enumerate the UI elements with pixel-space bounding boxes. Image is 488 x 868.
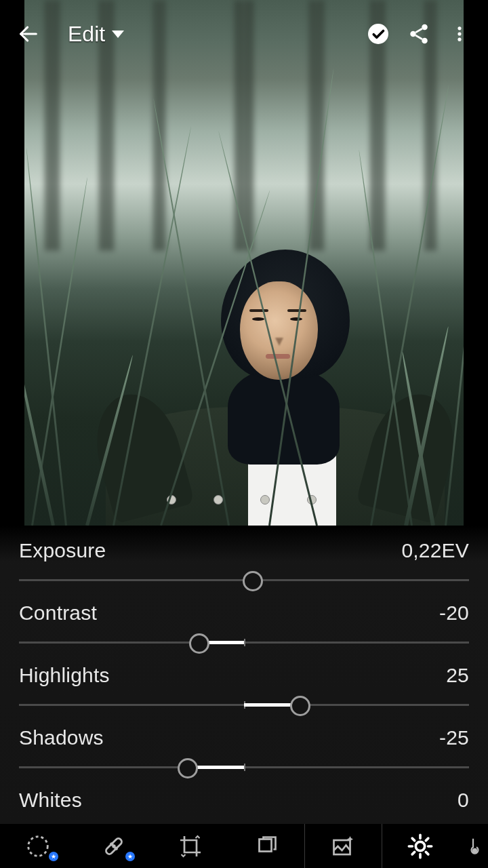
bottom-toolbar: ★ ★ xyxy=(0,824,488,868)
slider-label: Highlights xyxy=(19,664,110,687)
svg-line-22 xyxy=(412,852,415,854)
light-panel: Exposure0,22EVContrast-20Highlights25Sha… xyxy=(0,526,488,824)
svg-point-11 xyxy=(115,847,117,849)
slider-value: -20 xyxy=(439,601,469,625)
svg-point-12 xyxy=(113,845,115,847)
tool-selective[interactable]: ★ xyxy=(0,824,76,868)
svg-point-24 xyxy=(473,848,476,852)
mode-dropdown[interactable]: Edit xyxy=(61,22,124,47)
slider-track[interactable] xyxy=(19,756,469,779)
svg-line-23 xyxy=(426,838,428,841)
svg-line-21 xyxy=(426,852,428,854)
back-button[interactable] xyxy=(8,14,49,54)
slider-value: 25 xyxy=(446,664,469,687)
svg-point-7 xyxy=(458,38,461,41)
slider-shadows: Shadows-25 xyxy=(19,726,469,779)
check-circle-icon xyxy=(366,22,390,46)
tool-color[interactable] xyxy=(458,824,488,868)
more-vertical-icon xyxy=(450,24,469,43)
svg-point-8 xyxy=(28,836,48,856)
slider-thumb[interactable] xyxy=(189,633,209,654)
tool-presets[interactable] xyxy=(228,824,304,868)
share-button[interactable] xyxy=(399,14,439,54)
premium-badge-icon: ★ xyxy=(49,852,58,861)
more-button[interactable] xyxy=(439,14,480,54)
photo-preview[interactable] xyxy=(24,0,464,526)
svg-point-4 xyxy=(422,38,428,44)
svg-line-20 xyxy=(412,838,415,841)
slider-track[interactable] xyxy=(19,569,469,592)
slider-highlights: Highlights25 xyxy=(19,664,469,717)
slider-thumb[interactable] xyxy=(178,758,198,778)
svg-point-5 xyxy=(458,26,461,30)
slider-value: 0,22EV xyxy=(401,539,469,562)
svg-rect-13 xyxy=(260,839,272,851)
premium-badge-icon: ★ xyxy=(125,852,135,861)
slider-value: 0 xyxy=(458,789,469,812)
image-sparkle-icon xyxy=(331,834,355,859)
svg-point-10 xyxy=(111,843,113,845)
slider-track[interactable] xyxy=(19,694,469,717)
tool-healing[interactable]: ★ xyxy=(76,824,152,868)
slider-track[interactable] xyxy=(19,631,469,654)
sun-icon xyxy=(407,833,434,860)
tool-crop[interactable] xyxy=(152,824,228,868)
crop-icon xyxy=(178,834,203,859)
slider-label: Contrast xyxy=(19,601,97,625)
svg-point-3 xyxy=(410,31,416,37)
stacked-squares-icon xyxy=(254,834,279,859)
dashed-circle-icon xyxy=(25,833,51,859)
tool-light[interactable] xyxy=(382,824,458,868)
slider-whites: Whites0 xyxy=(19,789,469,812)
mode-title: Edit xyxy=(68,22,105,47)
top-bar: Edit xyxy=(0,0,488,68)
chevron-down-icon xyxy=(112,31,124,38)
apply-button[interactable] xyxy=(358,14,399,54)
tool-auto[interactable] xyxy=(304,824,382,868)
thermometer-icon xyxy=(463,831,483,861)
bandage-icon xyxy=(101,833,127,859)
slider-value: -25 xyxy=(439,726,469,749)
slider-thumb[interactable] xyxy=(243,571,263,591)
share-icon xyxy=(407,22,430,45)
svg-point-6 xyxy=(458,32,461,35)
svg-point-2 xyxy=(422,24,428,31)
slider-label: Exposure xyxy=(19,539,106,562)
arrow-left-icon xyxy=(17,22,40,45)
svg-point-15 xyxy=(415,842,424,850)
slider-label: Shadows xyxy=(19,726,104,749)
svg-point-1 xyxy=(368,24,388,44)
slider-thumb[interactable] xyxy=(290,696,310,716)
slider-contrast: Contrast-20 xyxy=(19,601,469,654)
slider-exposure: Exposure0,22EV xyxy=(19,539,469,592)
slider-label: Whites xyxy=(19,789,82,812)
